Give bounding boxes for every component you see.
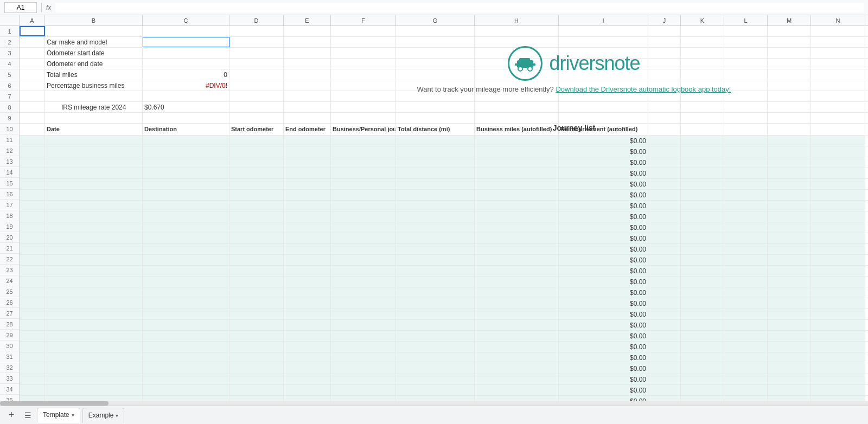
cell-M18[interactable] <box>768 211 811 222</box>
cell-D30[interactable] <box>229 342 284 352</box>
cell-N5[interactable] <box>811 69 865 80</box>
cell-N4[interactable] <box>811 59 865 69</box>
cell-L20[interactable] <box>724 233 768 243</box>
cell-A17[interactable] <box>20 201 45 211</box>
cell-F20[interactable] <box>331 233 396 243</box>
cell-E20[interactable] <box>284 233 331 243</box>
cell-N10[interactable] <box>811 124 865 135</box>
cell-K2[interactable] <box>681 37 724 47</box>
cell-L3[interactable] <box>724 48 768 58</box>
cell-A11[interactable] <box>20 136 45 146</box>
cell-N15[interactable] <box>811 179 865 189</box>
cell-B20[interactable] <box>45 233 143 243</box>
cell-N35[interactable] <box>811 396 865 401</box>
cell-A22[interactable] <box>20 255 45 265</box>
cell-A8[interactable] <box>20 102 45 112</box>
cell-E23[interactable] <box>284 266 331 276</box>
cell-I25[interactable]: $0.00 <box>559 287 648 298</box>
cell-F17[interactable] <box>331 201 396 211</box>
cell-J30[interactable] <box>648 342 681 352</box>
cell-N19[interactable] <box>811 222 865 233</box>
cell-B14[interactable] <box>45 168 143 178</box>
cell-F19[interactable] <box>331 222 396 233</box>
cell-K18[interactable] <box>681 211 724 222</box>
cell-J6[interactable] <box>648 80 681 91</box>
cell-J8[interactable] <box>648 102 681 112</box>
cell-F35[interactable] <box>331 396 396 401</box>
cell-I17[interactable]: $0.00 <box>559 201 648 211</box>
cell-B12[interactable] <box>45 146 143 157</box>
cell-B6[interactable]: Percentage business miles <box>45 80 143 91</box>
cell-L23[interactable] <box>724 266 768 276</box>
cell-I31[interactable]: $0.00 <box>559 352 648 363</box>
cell-B5[interactable]: Total miles <box>45 69 143 80</box>
cell-M6[interactable] <box>768 80 811 91</box>
cell-D33[interactable] <box>229 374 284 384</box>
cell-J28[interactable] <box>648 320 681 330</box>
cell-D29[interactable] <box>229 331 284 341</box>
cell-G27[interactable] <box>396 309 475 319</box>
cell-H3[interactable] <box>475 48 559 58</box>
cell-D34[interactable] <box>229 385 284 395</box>
cell-N1[interactable] <box>811 26 865 36</box>
cell-L34[interactable] <box>724 385 768 395</box>
cell-B8[interactable]: IRS mileage rate 2024 <box>45 102 143 112</box>
cell-N11[interactable] <box>811 136 865 146</box>
cell-G2[interactable] <box>396 37 475 47</box>
cell-M20[interactable] <box>768 233 811 243</box>
add-sheet-button[interactable]: + <box>4 408 18 422</box>
cell-D10[interactable]: Start odometer <box>229 124 284 135</box>
cell-A1[interactable] <box>20 26 45 36</box>
cell-N3[interactable] <box>811 48 865 58</box>
cell-K5[interactable] <box>681 69 724 80</box>
cell-N28[interactable] <box>811 320 865 330</box>
cell-L27[interactable] <box>724 309 768 319</box>
cell-E35[interactable] <box>284 396 331 401</box>
cell-M34[interactable] <box>768 385 811 395</box>
cell-I4[interactable] <box>559 59 648 69</box>
cell-F15[interactable] <box>331 179 396 189</box>
cell-H31[interactable] <box>475 352 559 363</box>
cell-F12[interactable] <box>331 146 396 157</box>
cell-L26[interactable] <box>724 298 768 309</box>
cell-H20[interactable] <box>475 233 559 243</box>
cell-J16[interactable] <box>648 190 681 200</box>
cell-D31[interactable] <box>229 352 284 363</box>
cell-K27[interactable] <box>681 309 724 319</box>
cell-G19[interactable] <box>396 222 475 233</box>
cell-B26[interactable] <box>45 298 143 309</box>
cell-M1[interactable] <box>768 26 811 36</box>
cell-C14[interactable] <box>143 168 229 178</box>
cell-L9[interactable] <box>724 113 768 123</box>
cell-C4[interactable] <box>143 59 229 69</box>
cell-F28[interactable] <box>331 320 396 330</box>
cell-F26[interactable] <box>331 298 396 309</box>
cell-N14[interactable] <box>811 168 865 178</box>
cell-K9[interactable] <box>681 113 724 123</box>
cell-B15[interactable] <box>45 179 143 189</box>
cell-L35[interactable] <box>724 396 768 401</box>
cell-B9[interactable] <box>45 113 143 123</box>
cell-A14[interactable] <box>20 168 45 178</box>
cell-K8[interactable] <box>681 102 724 112</box>
cell-C26[interactable] <box>143 298 229 309</box>
cell-L25[interactable] <box>724 287 768 298</box>
cell-K4[interactable] <box>681 59 724 69</box>
cell-A18[interactable] <box>20 211 45 222</box>
cell-N31[interactable] <box>811 352 865 363</box>
cell-G33[interactable] <box>396 374 475 384</box>
cell-D24[interactable] <box>229 277 284 287</box>
cell-C21[interactable] <box>143 244 229 254</box>
cell-K15[interactable] <box>681 179 724 189</box>
cell-I28[interactable]: $0.00 <box>559 320 648 330</box>
cell-B13[interactable] <box>45 157 143 168</box>
col-header-J[interactable]: J <box>648 15 681 25</box>
cell-E30[interactable] <box>284 342 331 352</box>
cell-M23[interactable] <box>768 266 811 276</box>
cell-G18[interactable] <box>396 211 475 222</box>
cell-E6[interactable] <box>284 80 331 91</box>
cell-I7[interactable] <box>559 91 648 101</box>
cell-H12[interactable] <box>475 146 559 157</box>
cell-K29[interactable] <box>681 331 724 341</box>
cell-A25[interactable] <box>20 287 45 298</box>
